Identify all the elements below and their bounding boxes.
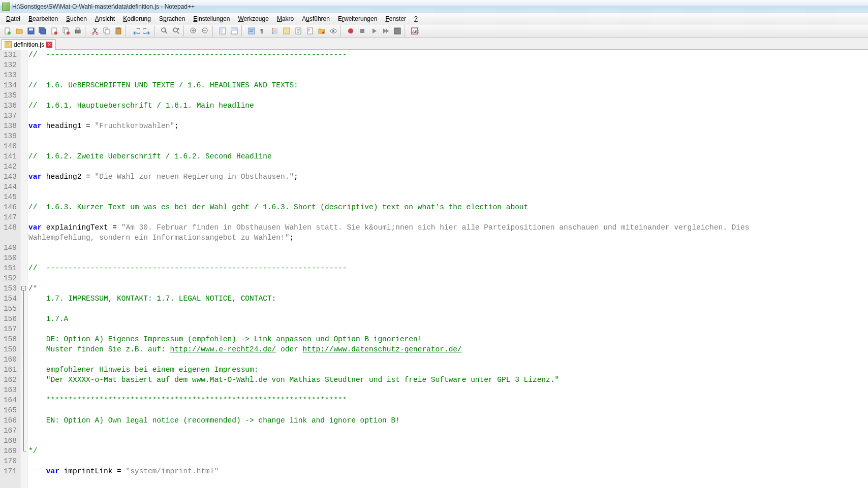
window-title: H:\Sonstiges\SW\Mat-O-Wahl-master\data\d… xyxy=(12,3,195,10)
svg-point-40 xyxy=(332,30,334,32)
tab-definition-js[interactable]: definition.js × xyxy=(1,39,56,50)
menu-kodierung[interactable]: Kodierung xyxy=(119,14,155,24)
titlebar[interactable]: H:\Sonstiges\SW\Mat-O-Wahl-master\data\d… xyxy=(0,0,868,13)
svg-rect-33 xyxy=(284,28,290,34)
redo-button[interactable] xyxy=(142,25,153,37)
replace-button[interactable] xyxy=(171,25,182,37)
open-file-button[interactable] xyxy=(14,25,25,37)
menu-fenster[interactable]: Fenster xyxy=(381,14,410,24)
svg-point-10 xyxy=(67,31,70,35)
svg-rect-43 xyxy=(394,28,400,34)
paste-button[interactable] xyxy=(113,25,124,37)
svg-point-37 xyxy=(308,30,309,31)
svg-point-38 xyxy=(322,31,324,34)
toolbar: ¶ ABC xyxy=(0,24,868,38)
editor[interactable]: 1311321331341351361371381391401411421431… xyxy=(0,50,868,488)
monitoring-button[interactable] xyxy=(328,25,339,37)
tab-label: definition.js xyxy=(14,41,44,48)
line-number-gutter: 1311321331341351361371381391401411421431… xyxy=(0,50,20,488)
menu-sprachen[interactable]: Sprachen xyxy=(155,14,189,24)
close-button[interactable] xyxy=(49,25,60,37)
wordwrap-button[interactable] xyxy=(246,25,257,37)
svg-point-41 xyxy=(348,28,353,34)
menu-ausfuehren[interactable]: Ausführen xyxy=(298,14,334,24)
svg-rect-31 xyxy=(272,30,273,31)
cut-button[interactable] xyxy=(89,25,101,37)
file-icon xyxy=(5,41,12,48)
svg-rect-35 xyxy=(307,28,313,34)
menu-ansicht[interactable]: Ansicht xyxy=(91,14,119,24)
fold-column[interactable]: − xyxy=(20,50,27,488)
record-button[interactable] xyxy=(345,25,356,37)
svg-rect-3 xyxy=(29,28,33,30)
play-button[interactable] xyxy=(368,25,380,37)
svg-rect-11 xyxy=(75,30,80,33)
doc-map-button[interactable] xyxy=(293,25,304,37)
tab-close-button[interactable]: × xyxy=(46,42,52,48)
svg-rect-32 xyxy=(272,32,273,34)
stop-button[interactable] xyxy=(357,25,368,37)
menu-datei[interactable]: Datei xyxy=(2,14,24,24)
svg-rect-28 xyxy=(249,28,255,34)
menu-suchen[interactable]: Suchen xyxy=(62,14,91,24)
code-area[interactable]: // -------------------------------------… xyxy=(27,50,868,488)
menu-werkzeuge[interactable]: Werkzeuge xyxy=(234,14,272,24)
close-all-button[interactable] xyxy=(60,25,72,37)
svg-point-21 xyxy=(177,28,179,30)
function-list-button[interactable] xyxy=(304,25,316,37)
save-button[interactable] xyxy=(25,25,37,37)
show-all-chars-button[interactable]: ¶ xyxy=(258,25,269,37)
sync-v-button[interactable] xyxy=(217,25,228,37)
svg-text:ABC: ABC xyxy=(412,29,419,34)
svg-rect-42 xyxy=(360,29,364,33)
user-lang-button[interactable] xyxy=(281,25,292,37)
menu-erweiterungen[interactable]: Erweiterungen xyxy=(334,14,381,24)
svg-point-7 xyxy=(54,31,57,35)
svg-point-13 xyxy=(92,32,94,35)
svg-point-36 xyxy=(308,29,309,30)
menu-help[interactable]: ? xyxy=(410,14,422,24)
svg-rect-30 xyxy=(272,28,273,29)
menu-bearbeiten[interactable]: Bearbeiten xyxy=(24,14,62,24)
zoom-in-button[interactable] xyxy=(188,25,199,37)
save-all-button[interactable] xyxy=(37,25,48,37)
app-icon xyxy=(2,3,10,11)
svg-point-20 xyxy=(173,28,177,32)
svg-rect-16 xyxy=(105,29,109,34)
svg-rect-12 xyxy=(76,28,79,30)
svg-point-19 xyxy=(162,28,166,32)
menubar: Datei Bearbeiten Suchen Ansicht Kodierun… xyxy=(0,13,868,24)
fold-toggle[interactable]: − xyxy=(21,286,26,290)
menu-einstellungen[interactable]: Einstellungen xyxy=(189,14,234,24)
svg-rect-25 xyxy=(220,28,223,34)
folder-button[interactable] xyxy=(316,25,327,37)
new-file-button[interactable] xyxy=(2,25,13,37)
save-macro-button[interactable] xyxy=(392,25,403,37)
svg-text:¶: ¶ xyxy=(260,28,263,34)
svg-point-14 xyxy=(96,32,98,35)
zoom-out-button[interactable] xyxy=(200,25,211,37)
undo-button[interactable] xyxy=(130,25,141,37)
menu-makro[interactable]: Makro xyxy=(273,14,298,24)
find-button[interactable] xyxy=(159,25,170,37)
spellcheck-button[interactable]: ABC xyxy=(409,25,420,37)
svg-rect-18 xyxy=(117,27,120,29)
print-button[interactable] xyxy=(72,25,83,37)
svg-point-1 xyxy=(8,31,11,35)
indent-guide-button[interactable] xyxy=(269,25,281,37)
svg-rect-5 xyxy=(41,29,46,34)
svg-rect-27 xyxy=(231,28,237,31)
sync-h-button[interactable] xyxy=(229,25,240,37)
play-multi-button[interactable] xyxy=(380,25,391,37)
tabbar: definition.js × xyxy=(0,38,868,50)
copy-button[interactable] xyxy=(101,25,112,37)
